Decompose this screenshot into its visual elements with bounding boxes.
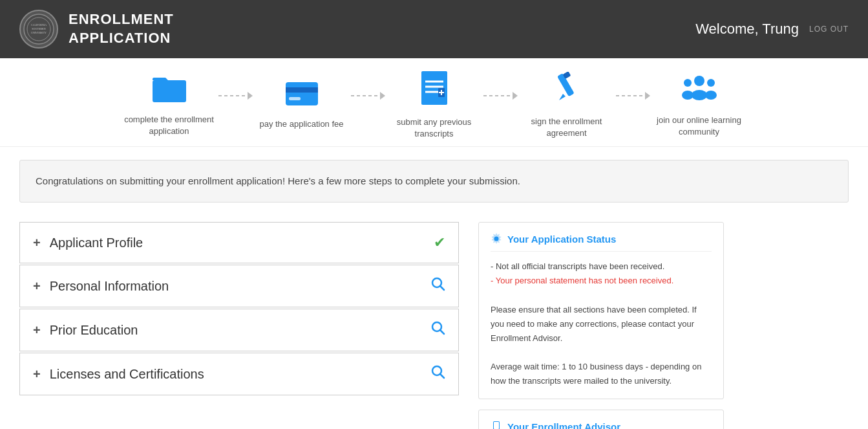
accordion-item-applicant-profile: + Applicant Profile ✔ — [19, 222, 459, 263]
step-join-community: join our online learning community — [651, 73, 748, 138]
application-status-title: Your Application Status — [491, 233, 712, 252]
step-arrow-1 — [218, 92, 253, 119]
step-arrow-3 — [483, 92, 518, 119]
expand-icon-personal-information: + — [33, 279, 41, 294]
steps-bar: complete the enrollment application pay … — [0, 58, 868, 147]
accordion-title-prior-education: Prior Education — [50, 323, 138, 338]
expand-icon-applicant-profile: + — [33, 236, 41, 250]
main-content: + Applicant Profile ✔ + Personal Informa… — [0, 215, 868, 429]
enrollment-advisor-title: Your Enrollment Advisor — [491, 421, 712, 429]
gear-icon — [491, 233, 502, 245]
step-pay-label: pay the application fee — [259, 118, 343, 130]
svg-rect-7 — [286, 87, 318, 93]
search-icon-licenses-certifications — [431, 365, 445, 383]
svg-line-30 — [440, 374, 444, 378]
info-message: Congratulations on submitting your enrol… — [19, 160, 849, 203]
welcome-text: Welcome, Trung — [695, 21, 799, 38]
advisor-title-text: Your Enrollment Advisor — [507, 421, 620, 429]
expand-icon-prior-education: + — [33, 323, 41, 338]
step-complete-label: complete the enrollment application — [121, 114, 218, 137]
credit-card-icon — [285, 81, 319, 113]
svg-text:UNIVERSITY: UNIVERSITY — [31, 31, 47, 34]
step-sign-label: sign the enrollment agreement — [518, 116, 615, 139]
step-transcripts-label: submit any previous transcripts — [386, 116, 483, 140]
app-title: ENROLLMENT APPLICATION — [69, 10, 174, 47]
step-sign: sign the enrollment agreement — [518, 72, 615, 139]
svg-point-24 — [705, 91, 717, 100]
application-status-card: Your Application Status - Not all offici… — [478, 222, 724, 399]
svg-rect-33 — [494, 422, 499, 429]
accordion-header-left-licenses: + Licenses and Certifications — [33, 367, 204, 382]
right-panel: Your Application Status - Not all offici… — [478, 222, 724, 429]
svg-rect-6 — [286, 82, 318, 105]
step-arrow-2 — [350, 92, 386, 119]
accordion-header-left-prior: + Prior Education — [33, 323, 138, 338]
svg-text:CALIFORNIA: CALIFORNIA — [31, 23, 47, 27]
phone-icon — [491, 421, 502, 429]
accordion-header-personal-information[interactable]: + Personal Information — [20, 265, 458, 307]
svg-point-22 — [682, 91, 693, 100]
step-complete-application: complete the enrollment application — [121, 74, 218, 137]
step-pay-fee: pay the application fee — [253, 81, 350, 130]
community-icon — [680, 73, 719, 109]
svg-point-19 — [694, 76, 704, 86]
step-transcripts: submit any previous transcripts — [386, 71, 483, 140]
svg-point-20 — [692, 90, 707, 100]
document-icon — [420, 71, 449, 111]
accordion-header-prior-education[interactable]: + Prior Education — [20, 309, 458, 351]
pen-icon — [553, 72, 581, 111]
accordion-title-licenses-certifications: Licenses and Certifications — [50, 367, 204, 382]
accordion-item-prior-education: + Prior Education — [19, 309, 459, 351]
accordion-header-applicant-profile[interactable]: + Applicant Profile ✔ — [20, 223, 458, 263]
accordion-title-personal-information: Personal Information — [50, 279, 169, 294]
header-right: Welcome, Trung LOG OUT — [695, 21, 849, 38]
step-join-label: join our online learning community — [651, 115, 748, 138]
status-body: - Not all official transcripts have been… — [491, 259, 712, 388]
search-icon-prior-education — [431, 321, 445, 339]
accordion-item-personal-information: + Personal Information — [19, 265, 459, 307]
status-title-text: Your Application Status — [507, 234, 616, 245]
expand-icon-licenses-certifications: + — [33, 367, 41, 382]
svg-point-21 — [684, 79, 692, 87]
step-arrow-4 — [615, 92, 651, 119]
app-header: CALIFORNIA SOUTHERN UNIVERSITY ENROLLMEN… — [0, 0, 868, 58]
accordion-header-left-applicant: + Applicant Profile — [33, 236, 143, 250]
header-left: CALIFORNIA SOUTHERN UNIVERSITY ENROLLMEN… — [19, 10, 174, 49]
search-icon-personal-information — [431, 277, 445, 295]
status-item-transcripts: - Not all official transcripts have been… — [491, 259, 712, 274]
status-note: Please ensure that all sections have bee… — [491, 305, 697, 343]
status-item-statement: - Your personal statement has not been r… — [491, 274, 712, 288]
accordion-header-left-personal: + Personal Information — [33, 279, 169, 294]
svg-point-23 — [707, 79, 715, 87]
info-message-text: Congratulations on submitting your enrol… — [36, 175, 520, 186]
svg-rect-5 — [153, 80, 186, 102]
svg-text:SOUTHERN: SOUTHERN — [32, 27, 45, 30]
svg-rect-8 — [289, 97, 301, 100]
university-logo: CALIFORNIA SOUTHERN UNIVERSITY — [19, 10, 58, 49]
svg-line-28 — [440, 330, 444, 334]
accordion-item-licenses-certifications: + Licenses and Certifications — [19, 353, 459, 395]
wait-time-text: Average wait time: 1 to 10 business days… — [491, 362, 701, 386]
folder-icon — [153, 74, 186, 109]
logout-button[interactable]: LOG OUT — [809, 25, 849, 34]
accordion-title-applicant-profile: Applicant Profile — [50, 236, 143, 250]
accordion-section: + Applicant Profile ✔ + Personal Informa… — [19, 222, 459, 429]
enrollment-advisor-card: Your Enrollment Advisor As your Enrollme… — [478, 410, 724, 429]
svg-marker-17 — [559, 94, 566, 100]
accordion-header-licenses-certifications[interactable]: + Licenses and Certifications — [20, 353, 458, 395]
svg-line-26 — [440, 286, 444, 290]
check-icon-applicant-profile: ✔ — [434, 234, 445, 251]
